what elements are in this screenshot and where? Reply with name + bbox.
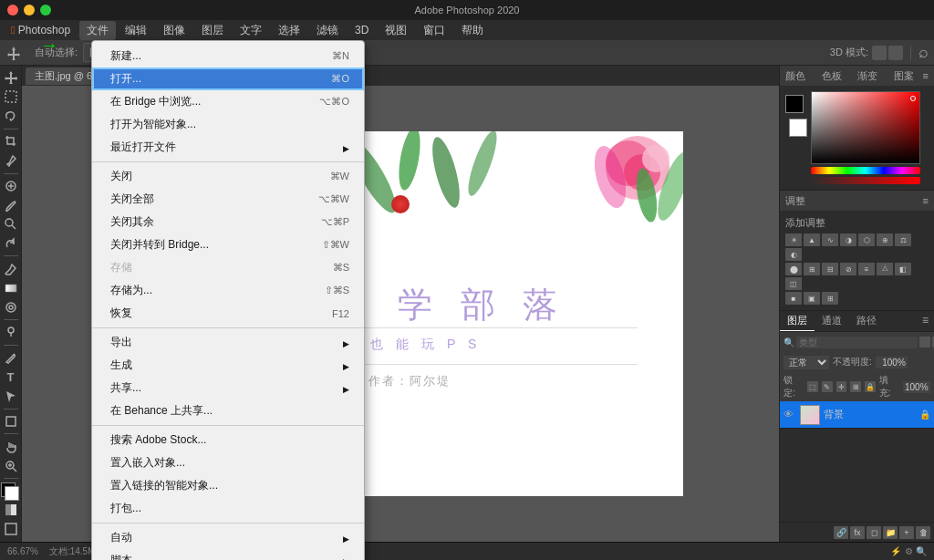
zoom-tool[interactable] bbox=[1, 457, 21, 474]
menu-file[interactable]: 文件 bbox=[79, 21, 116, 40]
layers-panel-menu[interactable]: ≡ bbox=[917, 311, 934, 331]
menu-export[interactable]: 导出 bbox=[92, 331, 364, 354]
color-swatches[interactable] bbox=[1, 482, 21, 500]
pattern-tab-label[interactable]: 图案 bbox=[894, 69, 914, 83]
lock-all-icon[interactable]: 🔒 bbox=[865, 381, 876, 392]
lock-position-icon[interactable]: ✛ bbox=[836, 381, 847, 392]
marquee-tool[interactable] bbox=[1, 88, 21, 106]
exposure-adj-icon[interactable]: ◑ bbox=[840, 233, 856, 246]
layers-tab[interactable]: 图层 bbox=[780, 311, 815, 331]
layers-search-input[interactable] bbox=[796, 337, 918, 348]
new-layer-button[interactable]: + bbox=[899, 526, 914, 539]
lock-artboard-icon[interactable]: ⊞ bbox=[850, 381, 861, 392]
close-button[interactable] bbox=[7, 5, 18, 16]
gradient-tool[interactable] bbox=[1, 279, 21, 296]
opacity-input[interactable] bbox=[876, 357, 908, 368]
lock-transparent-icon[interactable]: ⬚ bbox=[807, 381, 818, 392]
new-group-button[interactable]: 📁 bbox=[883, 526, 898, 539]
layer-name[interactable]: 背景 bbox=[824, 408, 844, 421]
lock-image-icon[interactable]: ✎ bbox=[822, 381, 833, 392]
brightness-adj-icon[interactable]: ☀ bbox=[785, 233, 802, 246]
eraser-tool[interactable] bbox=[1, 260, 21, 277]
threshold-icon[interactable]: ⧊ bbox=[877, 263, 893, 275]
menu-close-others[interactable]: 关闭其余 ⌥⌘P bbox=[92, 211, 364, 233]
levels-adj-icon[interactable]: ▲ bbox=[804, 233, 820, 246]
fg-color-swatch[interactable] bbox=[785, 95, 804, 113]
panel-menu-icon[interactable]: ≡ bbox=[923, 70, 929, 81]
menu-place-embedded[interactable]: 置入嵌入对象... bbox=[92, 451, 364, 474]
blur-tool[interactable] bbox=[1, 298, 21, 316]
gradient-tab-label[interactable]: 渐变 bbox=[857, 69, 877, 83]
vibrance-adj-icon[interactable]: ⬡ bbox=[858, 233, 875, 246]
menu-package[interactable]: 打包... bbox=[92, 497, 364, 520]
channels-tab[interactable]: 通道 bbox=[815, 311, 849, 331]
color-saturation-field[interactable] bbox=[811, 91, 920, 164]
menu-search-stock[interactable]: 搜索 Adobe Stock... bbox=[92, 429, 364, 451]
layer-style-button[interactable]: fx bbox=[850, 526, 865, 539]
3d-pan-icon[interactable] bbox=[888, 46, 903, 60]
menu-recent-files[interactable]: 最近打开文件 bbox=[92, 136, 364, 159]
minimize-button[interactable] bbox=[24, 5, 35, 16]
adjustments-menu[interactable]: ≡ bbox=[923, 195, 929, 206]
menu-close-bridge[interactable]: 关闭并转到 Bridge... ⇧⌘W bbox=[92, 233, 364, 256]
healing-tool[interactable] bbox=[1, 177, 21, 194]
color-tab-label[interactable]: 颜色 bbox=[785, 69, 805, 83]
crop-tool[interactable] bbox=[1, 133, 21, 150]
menu-open-smart[interactable]: 打开为智能对象... bbox=[92, 113, 364, 136]
menu-image[interactable]: 图像 bbox=[156, 21, 192, 40]
3d-rotate-icon[interactable] bbox=[872, 46, 887, 60]
solid-color-icon[interactable]: ■ bbox=[785, 292, 802, 305]
menu-generate[interactable]: 生成 bbox=[92, 354, 364, 377]
menu-select[interactable]: 选择 bbox=[271, 21, 307, 40]
history-brush-tool[interactable] bbox=[1, 234, 21, 252]
search-icon[interactable]: ⌕ bbox=[918, 43, 929, 62]
paths-tab[interactable]: 路径 bbox=[849, 311, 884, 331]
menu-save-as[interactable]: 存储为... ⇧⌘S bbox=[92, 279, 364, 302]
menu-new[interactable]: 新建... ⌘N bbox=[92, 45, 364, 67]
background-color[interactable] bbox=[5, 486, 19, 501]
gradient-fill-icon[interactable]: ▣ bbox=[804, 292, 820, 305]
link-layers-button[interactable]: 🔗 bbox=[834, 526, 848, 539]
fill-input[interactable] bbox=[903, 381, 930, 393]
photo-filter-icon[interactable]: ⬤ bbox=[785, 263, 802, 275]
menu-3d[interactable]: 3D bbox=[348, 22, 376, 38]
hue-slider[interactable] bbox=[811, 167, 920, 174]
dodge-tool[interactable] bbox=[1, 324, 21, 341]
menu-layer[interactable]: 图层 bbox=[194, 21, 231, 40]
maximize-button[interactable] bbox=[40, 5, 51, 16]
curves-adj-icon[interactable]: ∿ bbox=[822, 233, 838, 246]
colorbalance-adj-icon[interactable]: ⚖ bbox=[895, 233, 911, 246]
channel-mixer-icon[interactable]: ⊞ bbox=[804, 263, 820, 275]
pattern-fill-icon[interactable]: ⊞ bbox=[822, 292, 838, 305]
posterize-icon[interactable]: ≡ bbox=[858, 263, 875, 275]
clone-tool[interactable] bbox=[1, 215, 21, 233]
bw-adj-icon[interactable]: ◐ bbox=[785, 248, 802, 261]
lasso-tool[interactable] bbox=[1, 108, 21, 125]
pen-tool[interactable] bbox=[1, 349, 21, 367]
invert-icon[interactable]: ⊘ bbox=[840, 263, 856, 275]
menu-open[interactable]: 打开... ⌘O bbox=[92, 67, 364, 90]
menu-window[interactable]: 窗口 bbox=[416, 21, 452, 40]
layer-item-background[interactable]: 👁 背景 🔒 bbox=[780, 401, 934, 429]
menu-edit[interactable]: 编辑 bbox=[118, 21, 154, 40]
blend-mode-select[interactable]: 正常 bbox=[784, 356, 829, 369]
menu-automate[interactable]: 自动 bbox=[92, 526, 364, 549]
path-selection-tool[interactable] bbox=[1, 388, 21, 405]
menu-browse-bridge[interactable]: 在 Bridge 中浏览... ⌥⌘O bbox=[92, 90, 364, 113]
app-menu[interactable]:  Photoshop bbox=[4, 22, 78, 38]
layer-mask-button[interactable]: ◻ bbox=[867, 526, 881, 539]
menu-revert[interactable]: 恢复 F12 bbox=[92, 302, 364, 325]
menu-close[interactable]: 关闭 ⌘W bbox=[92, 165, 364, 188]
brush-tool[interactable] bbox=[1, 196, 21, 213]
menu-help[interactable]: 帮助 bbox=[454, 21, 491, 40]
type-tool[interactable]: T bbox=[1, 368, 21, 386]
menu-save[interactable]: 存储 ⌘S bbox=[92, 256, 364, 279]
hsl-adj-icon[interactable]: ⊕ bbox=[877, 233, 893, 246]
shape-tool[interactable] bbox=[1, 412, 21, 430]
menu-share-behance[interactable]: 在 Behance 上共享... bbox=[92, 399, 364, 422]
menu-scripts[interactable]: 脚本 bbox=[92, 549, 364, 560]
layer-visibility-icon[interactable]: 👁 bbox=[784, 409, 796, 421]
move-tool[interactable] bbox=[1, 69, 21, 87]
delete-layer-button[interactable]: 🗑 bbox=[916, 526, 930, 539]
screen-mode[interactable] bbox=[1, 521, 21, 538]
